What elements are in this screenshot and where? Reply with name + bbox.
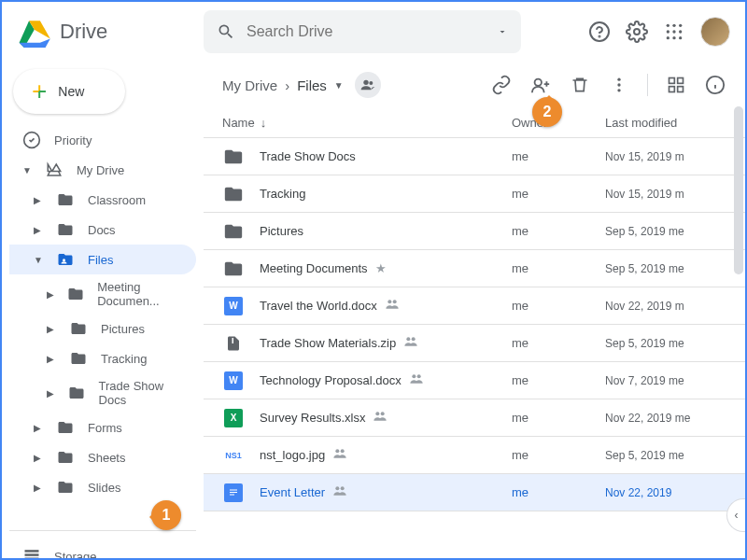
storage-header[interactable]: Storage [22,539,183,560]
my-drive-label: My Drive [77,163,124,177]
top-actions [588,17,730,47]
column-headers: Name↓ Owner Last modified [204,108,745,138]
people-chip-icon[interactable] [355,72,381,98]
sidebar: + New Priority ▼ My Drive ▶Classroom ▶Do… [2,62,204,560]
tree-forms[interactable]: ▶Forms [9,413,196,442]
file-modified: Nov 22, 2019 me [605,412,726,425]
svg-point-41 [335,486,339,490]
file-row[interactable]: Meeting Documents ★meSep 5, 2019 me [204,250,745,287]
new-button-label: New [58,84,84,99]
svg-point-17 [363,80,368,85]
plus-icon: + [32,78,47,105]
col-name[interactable]: Name↓ [222,116,512,130]
chevron-right-icon: › [285,77,289,93]
tree-trade[interactable]: ▶Trade Show Docs [9,373,196,413]
file-owner: me [512,448,605,462]
xlsx-icon: X [222,407,245,429]
shared-icon [409,371,424,389]
file-row[interactable]: WTravel the World.docx meNov 22, 2019 m [204,287,745,325]
search-input[interactable] [247,23,486,40]
gdoc-icon [222,482,245,504]
top-bar: Drive [2,2,745,62]
tree-meeting[interactable]: ▶Meeting Documen... [9,274,196,314]
sidebar-priority[interactable]: Priority [9,125,196,155]
priority-label: Priority [54,133,92,147]
chevron-right-icon: ▶ [34,423,43,433]
tree-slides[interactable]: ▶Slides [9,472,196,502]
content: My Drive › Files ▼ Name↓ Owner Last modi… [204,62,745,560]
file-modified: Nov 7, 2019 me [605,374,726,387]
file-owner: me [512,224,605,238]
svg-point-29 [392,300,396,303]
apps-icon[interactable] [663,21,685,43]
file-row[interactable]: PicturesmeSep 5, 2019 me [204,213,745,250]
settings-icon[interactable] [626,21,648,43]
file-row[interactable]: WTechnology Proposal.docx meNov 7, 2019 … [204,362,745,399]
grid-view-icon[interactable] [665,74,687,96]
svg-rect-25 [669,87,675,92]
more-icon[interactable] [608,74,630,96]
tree-docs[interactable]: ▶Docs [9,215,196,245]
image-icon: NS1 [222,444,245,467]
svg-point-37 [341,449,345,453]
link-icon[interactable] [490,74,513,96]
folder-icon [222,146,245,168]
help-icon[interactable] [588,21,611,43]
svg-point-8 [679,30,682,33]
file-row[interactable]: TrackingmeNov 15, 2019 m [204,175,745,213]
svg-rect-38 [230,489,237,490]
svg-point-4 [672,24,675,27]
shared-icon [332,483,347,501]
chevron-right-icon: ▶ [47,354,56,364]
chevron-right-icon: ▶ [47,289,54,300]
breadcrumb-current[interactable]: Files [297,77,327,93]
file-modified: Nov 22, 2019 m [605,300,726,313]
svg-point-20 [617,78,620,81]
sidebar-my-drive[interactable]: ▼ My Drive [9,155,196,185]
tree-classroom[interactable]: ▶Classroom [9,185,196,215]
logo[interactable]: Drive [17,14,204,49]
svg-rect-39 [230,492,237,493]
account-avatar[interactable] [700,17,730,47]
dropdown-icon[interactable]: ▼ [334,80,344,91]
file-modified: Sep 5, 2019 me [605,225,726,238]
file-name: Meeting Documents ★ [260,261,512,275]
drive-icon [45,161,63,179]
svg-rect-14 [25,550,39,553]
file-row[interactable]: XSurvey Results.xlsx meNov 22, 2019 me [204,399,745,437]
breadcrumb-root[interactable]: My Drive [222,77,277,93]
file-row[interactable]: Trade Show Materials.zip meSep 5, 2019 m… [204,325,745,362]
tree-sheets[interactable]: ▶Sheets [9,442,196,472]
tree-files[interactable]: ▼Files [9,245,196,274]
svg-point-28 [388,300,391,303]
file-owner: me [512,149,605,163]
search-bar[interactable] [204,10,521,53]
col-modified[interactable]: Last modified [605,116,726,130]
file-row[interactable]: Event Letter meNov 22, 2019 [204,474,745,511]
storage-section: Storage 6.2 MB of 30 GB used UPGRADE STO… [9,530,196,560]
info-icon[interactable] [704,74,726,96]
file-name: Trade Show Materials.zip [260,334,512,352]
file-modified: Sep 5, 2019 me [605,449,726,462]
file-name: Event Letter [260,483,512,501]
file-owner: me [512,261,605,275]
trash-icon[interactable] [569,74,591,96]
file-name: Tracking [260,187,512,201]
folder-icon [56,220,75,239]
docx-icon: W [222,295,245,317]
file-name: Technology Proposal.docx [260,371,512,389]
new-button[interactable]: + New [13,69,125,114]
file-name: Pictures [260,224,512,238]
svg-point-31 [412,337,416,341]
file-owner: me [512,299,605,313]
search-dropdown-icon[interactable] [497,26,508,37]
scrollbar[interactable] [734,106,743,274]
tree-pictures[interactable]: ▶Pictures [9,314,196,343]
tree-tracking[interactable]: ▶Tracking [9,343,196,373]
drive-logo-icon [17,14,52,49]
chevron-down-icon: ▼ [22,165,32,175]
file-row[interactable]: Trade Show DocsmeNov 15, 2019 m [204,138,745,175]
folder-icon [67,285,84,303]
svg-point-5 [679,24,682,27]
file-row[interactable]: NS1nst_logo.jpg meSep 5, 2019 me [204,437,745,474]
